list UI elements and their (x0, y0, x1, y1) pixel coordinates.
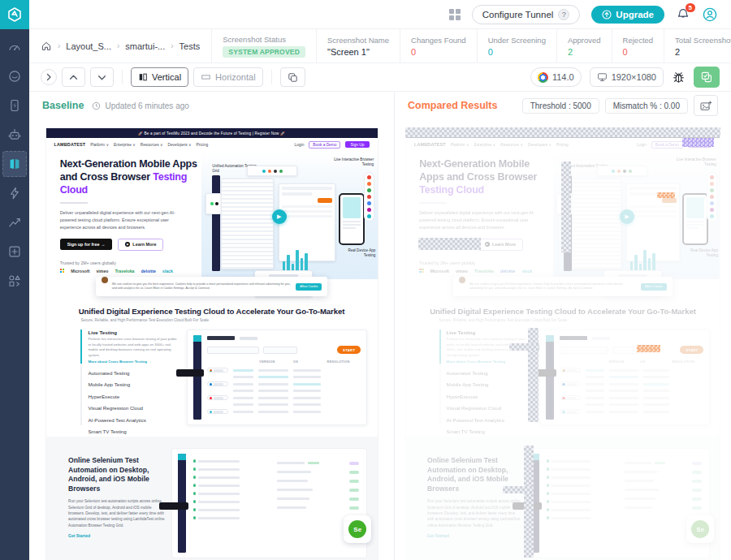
sidebar-item-smartui-active[interactable] (2, 151, 27, 177)
site-nav-link: Enterprise ∨ (474, 143, 495, 147)
allow-cookie-button: Allow Cookie (296, 283, 322, 291)
baseline-title: Baseline (42, 100, 84, 111)
site-nav-link: Developers ∨ (528, 143, 551, 147)
site-cta-primary: Sign up for free → (60, 239, 113, 250)
stat-value: 2 (675, 47, 731, 57)
site-hero-heading: Next-Generation Mobile Apps and Cross Br… (60, 157, 202, 196)
site-nav-link: Resources ∨ (141, 143, 163, 147)
breadcrumb-build[interactable]: smartui-... (125, 41, 165, 51)
sidebar-item-realtime[interactable] (2, 63, 27, 89)
stat-value: 0 (488, 47, 546, 57)
top-header: Configure Tunnel ? Upgrade 5 (0, 0, 731, 29)
help-icon[interactable]: ? (558, 9, 569, 20)
vertical-view-button[interactable]: Vertical (131, 67, 188, 87)
lambdatest-logo[interactable] (0, 0, 29, 29)
configure-tunnel-button[interactable]: Configure Tunnel ? (472, 5, 581, 24)
baseline-pane-body: 🚀 Be a part of TestMu 2023 and Decode th… (29, 119, 394, 560)
stat-value: 2 (568, 47, 601, 57)
sidebar-item-products[interactable] (2, 268, 27, 294)
stat-label: Rejected (623, 36, 654, 45)
notifications-bell-icon[interactable]: 5 (676, 7, 690, 22)
app-grid-icon[interactable] (449, 9, 461, 20)
section3-heading: Online Selenium Test Automation on Deskt… (68, 456, 171, 493)
horizontal-label: Horizontal (215, 72, 256, 82)
mock-bar-chart (283, 247, 308, 271)
mock-dark-sidebar (212, 175, 220, 271)
plus-square-icon (7, 244, 22, 259)
site-mock: 🚀 Be a part of TestMu 2023 and Decode th… (45, 127, 378, 560)
set-new-baseline-button[interactable] (694, 95, 718, 116)
stat-label: Changes Found (411, 36, 466, 45)
stat-changes-found: Changes Found 0 (400, 29, 477, 62)
vertical-label: Vertical (152, 72, 181, 82)
stat-screenshot-name: Screenshot Name "Screen 1" (316, 29, 400, 62)
section2-subheading: Secure, Reliable, and High Performance T… (56, 318, 368, 322)
feature-live-link: More about Cross Browser Testing → (88, 360, 178, 364)
sidebar-item-app-testing[interactable] (2, 93, 27, 118)
mock-browser-column (364, 172, 374, 222)
site-book-demo: Book a Demo (309, 141, 340, 149)
table-header: RESOLUTION (327, 360, 350, 364)
site-login: Login (637, 143, 647, 147)
mismatch-chip: Mismatch % : 0.00 (605, 98, 688, 114)
sidebar-item-automation[interactable] (2, 122, 27, 148)
compared-pane: Compared Results Threshold : 5000 Mismat… (395, 92, 731, 560)
site-nav-link: Platform ∨ (451, 143, 469, 147)
overlay-view-button[interactable] (280, 67, 305, 87)
section2-heading: Unified Digital Experience Testing Cloud… (56, 307, 368, 316)
approve-image-icon (700, 71, 713, 84)
status-badge: SYSTEM APPROVED (223, 46, 305, 58)
site-trusted-text: Trusted by 2M+ users globally (60, 261, 202, 265)
chevron-down-icon (97, 73, 106, 82)
cookie-text: We use cookies to give you the best expe… (112, 282, 292, 291)
browser-version-chip[interactable]: 114.0 (530, 67, 582, 87)
previous-screenshot-button[interactable] (62, 67, 85, 87)
horizontal-view-button[interactable]: Horizontal (193, 67, 263, 87)
compared-screenshot[interactable]: 🚀 Be a part of TestMu 2023 and Decode th… (405, 127, 720, 560)
stat-screenshot-status: Screenshot Status SYSTEM APPROVED (211, 29, 316, 62)
debug-bug-button[interactable] (672, 71, 686, 84)
next-screenshot-button[interactable] (90, 67, 114, 87)
site-book-demo: Book a Demo (651, 141, 683, 149)
home-icon[interactable] (41, 41, 52, 52)
sidebar-item-new-project[interactable] (2, 239, 27, 265)
stat-approved: Approved 2 (556, 29, 612, 62)
diff-region-sec3-tooltip (503, 486, 533, 493)
robot-icon (7, 127, 22, 142)
site-hero-visual: Unified Automation Testing Grid Live Int… (201, 151, 377, 279)
diff-region-sec3-sidebar (524, 446, 534, 558)
site-trusted-text: Trusted by 2M+ users globally (419, 261, 553, 265)
sidebar-item-dashboard[interactable] (2, 34, 27, 60)
sidebar-item-hyperexecute[interactable] (2, 180, 27, 206)
user-avatar-icon[interactable] (702, 6, 718, 23)
site-nav-link: Developers ∨ (167, 143, 191, 147)
hero-divider (60, 202, 88, 204)
feature-live-desc: Perform live interactive cross browser t… (88, 337, 178, 358)
notification-count-badge: 5 (686, 3, 695, 12)
baseline-screenshot[interactable]: 🚀 Be a part of TestMu 2023 and Decode th… (45, 127, 378, 560)
feature-item: Automated Testing (88, 370, 178, 376)
site-nav-link: Enterprise ∨ (114, 143, 136, 147)
breadcrumb-tests[interactable]: Tests (180, 41, 201, 51)
gauge-icon (7, 40, 22, 54)
approve-screenshot-button[interactable] (694, 67, 720, 88)
site-hero-visual: Unified Automation Testing Grid Live Int… (553, 151, 720, 279)
dashboard-sidebar (193, 335, 201, 420)
feature-item: HyperExecute (88, 394, 178, 399)
toolbar-divider (271, 70, 272, 84)
dashboard-start-button: START (337, 346, 361, 354)
collapse-panel-button[interactable] (41, 69, 57, 85)
table-header: OS (293, 360, 327, 364)
site-banner: 🚀 Be a part of TestMu 2023 and Decode th… (46, 128, 378, 138)
section3-paragraph: Run your Selenium test automation script… (68, 498, 167, 528)
section2-feature-list: Live Testing Perform live interactive cr… (80, 330, 178, 425)
sidebar-item-analytics[interactable] (2, 209, 27, 235)
upgrade-button[interactable]: Upgrade (591, 6, 664, 24)
chevron-up-icon (69, 73, 78, 82)
mobile-bolt-icon (7, 98, 22, 113)
visual-compare-icon (7, 157, 22, 171)
clock-icon (92, 101, 101, 110)
breadcrumb-project[interactable]: Layout_S... (66, 41, 111, 51)
resolution-chip[interactable]: 1920×1080 (590, 67, 664, 87)
view-toolbar: Vertical Horizontal 114.0 1920×1080 (29, 63, 731, 91)
